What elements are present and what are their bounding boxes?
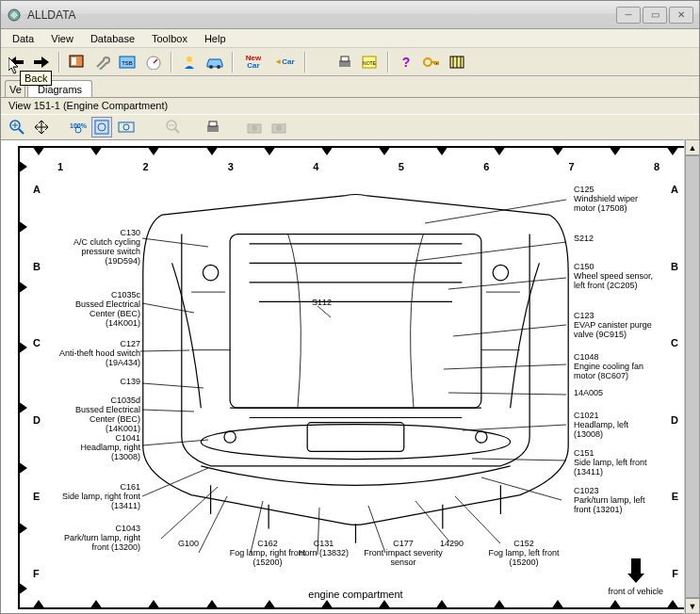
front-of-vehicle-indicator: front of vehicle (608, 557, 663, 596)
svg-text:100%: 100% (70, 122, 87, 129)
grid-col-4: 4 (313, 161, 318, 172)
engine-illustration (114, 176, 597, 582)
new-car-button[interactable]: NewCar (239, 51, 268, 73)
svg-point-34 (224, 431, 236, 443)
callout-c131: C131Horn (13832) (299, 540, 349, 558)
menu-view[interactable]: View (43, 31, 81, 46)
app-icon (7, 8, 22, 23)
zoom-100-icon[interactable]: 100% (67, 117, 88, 137)
zoom-out-icon[interactable] (163, 117, 184, 137)
svg-point-6 (187, 57, 192, 62)
tsb-icon[interactable]: TSB (117, 51, 139, 73)
jail-icon[interactable] (446, 51, 468, 73)
callout-s112: S112 (312, 299, 332, 308)
diagram-viewport[interactable]: 12345678 AABBCCDDEEFF (1, 140, 699, 614)
car-icon[interactable] (203, 51, 226, 73)
svg-point-8 (217, 65, 220, 69)
back-tooltip: Back (20, 71, 52, 86)
prev-car-button[interactable]: ◄Car (270, 51, 299, 73)
svg-point-27 (252, 125, 257, 131)
zoom-fit-icon[interactable] (91, 117, 112, 137)
callout-c127: C127Anti-theft hood switch (19A434) (56, 340, 140, 368)
gauge-icon[interactable] (142, 51, 165, 73)
svg-point-33 (493, 265, 508, 280)
svg-point-14 (424, 58, 431, 66)
svg-rect-10 (341, 57, 349, 61)
pan-icon[interactable] (31, 117, 52, 137)
grid-row-left-A: A (33, 184, 41, 195)
svg-point-20 (98, 123, 106, 131)
menu-help[interactable]: Help (197, 31, 234, 46)
callout-c1043: C1043Park/turn lamp, right front (13200) (56, 525, 140, 553)
menu-database[interactable]: Database (83, 31, 142, 46)
camera-icon[interactable] (244, 117, 265, 137)
svg-point-22 (123, 124, 129, 130)
grid-col-5: 5 (399, 161, 404, 172)
window-titlebar: ALLDATA ─ ▭ ✕ (1, 1, 699, 29)
minimize-button[interactable]: ─ (616, 7, 641, 24)
grid-col-1: 1 (57, 161, 63, 172)
grid-col-7: 7 (569, 161, 575, 172)
callout-c177: C177Front impact severity sensor (361, 540, 446, 568)
grid-col-3: 3 (228, 161, 234, 172)
maximize-button[interactable]: ▭ (643, 7, 667, 24)
svg-point-29 (276, 125, 282, 131)
print-diagram-icon[interactable] (203, 117, 223, 137)
grid-row-right-F: F (672, 568, 678, 579)
scroll-down-button[interactable]: ▼ (685, 598, 700, 614)
grid-row-right-C: C (671, 337, 678, 348)
grid-row-right-D: D (671, 414, 678, 426)
forward-button[interactable] (30, 51, 53, 73)
note-icon[interactable]: NOTE (359, 51, 382, 73)
callout-s212: S212 (574, 234, 594, 244)
callout-g100: G100 (178, 540, 199, 549)
svg-point-35 (476, 431, 487, 443)
svg-rect-19 (95, 121, 108, 134)
viewer-toolbar: 100% (1, 114, 699, 140)
tab-bar: Ve Diagrams (1, 76, 699, 97)
callout-c1035d: C1035dBussed Electrical Center (BEC) (14… (56, 396, 140, 434)
view-label: View 151-1 (Engine Compartment) (8, 100, 168, 111)
svg-text:NOTE: NOTE (363, 60, 377, 66)
window-title: ALLDATA (27, 8, 76, 22)
grid-row-left-C: C (33, 337, 41, 348)
diagram-title: engine compartment (308, 589, 402, 600)
main-toolbar: Back TSB NewCar ◄Car NOTE ? (1, 48, 699, 76)
callout-c1041: C1041Headlamp, right (13008) (56, 434, 140, 462)
help-icon[interactable]: ? (395, 51, 417, 73)
callout-c1035c: C1035cBussed Electrical Center (BEC) (14… (56, 291, 140, 329)
callout-14a005: 14A005 (574, 389, 603, 398)
camera-flash-icon[interactable] (269, 117, 289, 137)
svg-text:TSB: TSB (122, 60, 133, 66)
scroll-up-button[interactable]: ▲ (685, 139, 700, 155)
scroll-thumb[interactable] (685, 155, 700, 598)
svg-rect-2 (72, 57, 76, 65)
grid-col-6: 6 (483, 161, 489, 172)
callout-c162: C162Fog lamp, right front (15200) (225, 540, 310, 568)
menu-toolbox[interactable]: Toolbox (144, 31, 195, 46)
callout-c150: C150Wheel speed sensor, left front (2C20… (574, 263, 659, 291)
svg-point-31 (201, 425, 510, 460)
zoom-in-icon[interactable] (7, 117, 27, 137)
svg-point-32 (203, 265, 218, 280)
callout-c139: C139 (120, 378, 140, 387)
grid-row-left-F: F (33, 568, 40, 579)
callout-c152: C152Fog lamp, left front (15200) (481, 540, 566, 568)
diagram-frame: 12345678 AABBCCDDEEFF (18, 146, 693, 609)
svg-point-7 (209, 65, 213, 69)
print-icon[interactable] (334, 51, 356, 73)
vertical-scrollbar[interactable]: ▲ ▼ (684, 139, 700, 614)
callout-c161: C161Side lamp, right front (13411) (56, 483, 140, 511)
back-button[interactable] (5, 51, 27, 73)
person-icon[interactable] (178, 51, 201, 73)
close-button[interactable]: ✕ (669, 7, 693, 24)
menu-data[interactable]: Data (5, 31, 41, 46)
callout-c123: C123EVAP canister purge valve (9C915) (574, 312, 659, 340)
grid-row-left-E: E (33, 491, 40, 502)
wrench-icon[interactable] (91, 51, 114, 73)
callout-c1021: C1021Headlamp, left (13008) (574, 412, 659, 440)
callout-14290: 14290 (440, 540, 464, 549)
key-icon[interactable] (420, 51, 443, 73)
book-icon[interactable] (66, 51, 89, 73)
zoom-width-icon[interactable] (116, 117, 137, 137)
